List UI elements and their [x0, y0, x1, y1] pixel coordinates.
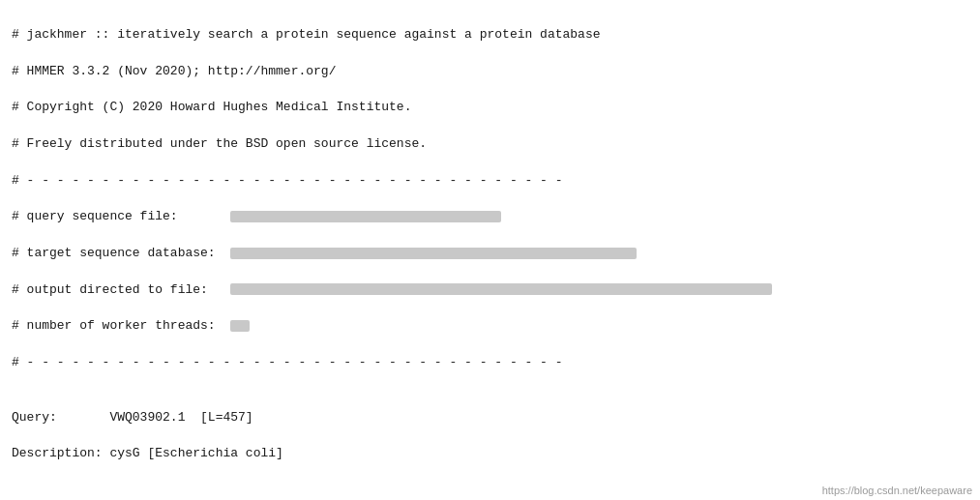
line-3: # Copyright (C) 2020 Howard Hughes Medic… [12, 100, 411, 114]
threads-blurred [230, 320, 250, 332]
line-1: # jackhmer :: iteratively search a prote… [12, 27, 601, 42]
line-6: # query sequence file: [12, 209, 230, 223]
line-5: # - - - - - - - - - - - - - - - - - - - … [12, 173, 563, 188]
target-db-blurred [230, 248, 637, 259]
query-file-blurred [230, 211, 501, 222]
line-4: # Freely distributed under the BSD open … [12, 136, 427, 151]
terminal-output: # jackhmer :: iteratively search a prote… [0, 0, 980, 500]
output-file-blurred [230, 283, 772, 295]
description-line: Description: cysG [Escherichia coli] [12, 446, 283, 460]
line-7: # target sequence database: [12, 246, 230, 260]
line-9: # number of worker threads: [12, 318, 230, 333]
line-2: # HMMER 3.3.2 (Nov 2020); http://hmmer.o… [12, 64, 336, 78]
query-line: Query: VWQ03902.1 [L=457] [12, 410, 253, 425]
line-10: # - - - - - - - - - - - - - - - - - - - … [12, 355, 563, 369]
watermark: https://blog.csdn.net/keepaware [822, 485, 972, 496]
line-8: # output directed to file: [12, 282, 230, 297]
